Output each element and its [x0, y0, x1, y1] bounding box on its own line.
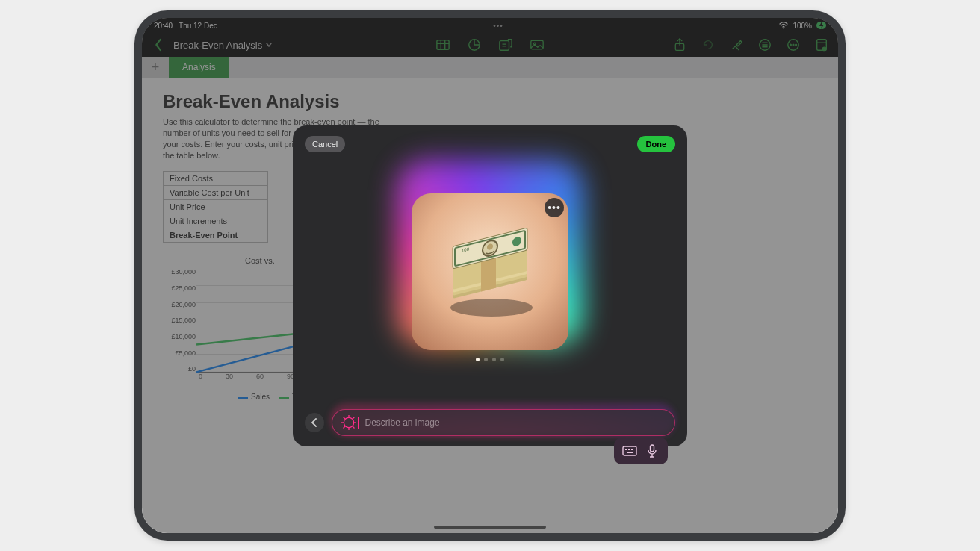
prompt-prev-button[interactable] — [305, 413, 324, 432]
svg-line-33 — [353, 417, 355, 419]
svg-rect-38 — [627, 452, 633, 453]
text-cursor — [358, 417, 359, 429]
keyboard-button[interactable] — [618, 441, 641, 461]
image-options-button[interactable]: ••• — [545, 198, 564, 217]
ipad-frame: 20:40 Thu 12 Dec ••• 100% Break-Even Ana… — [134, 10, 846, 541]
svg-rect-36 — [628, 449, 630, 450]
svg-line-32 — [344, 426, 346, 429]
input-mode-toggle — [614, 438, 668, 464]
result-pager[interactable] — [476, 358, 504, 361]
pager-dot[interactable] — [476, 358, 480, 361]
pager-dot[interactable] — [484, 358, 488, 361]
svg-line-30 — [344, 417, 346, 419]
svg-rect-35 — [625, 449, 627, 450]
prompt-field[interactable] — [332, 409, 675, 436]
cancel-button[interactable]: Cancel — [305, 136, 345, 152]
svg-rect-39 — [651, 445, 654, 452]
home-indicator[interactable] — [434, 526, 546, 529]
pager-dot[interactable] — [492, 358, 496, 361]
image-playground-modal: Cancel Done ••• — [293, 125, 687, 446]
done-button[interactable]: Done — [637, 136, 676, 152]
svg-line-31 — [353, 426, 355, 429]
svg-point-25 — [344, 417, 353, 427]
svg-rect-37 — [631, 449, 633, 450]
pager-dot[interactable] — [500, 358, 504, 361]
svg-point-13 — [450, 299, 533, 317]
generated-image[interactable]: ••• — [412, 193, 568, 350]
svg-rect-34 — [623, 446, 636, 455]
apple-intelligence-icon — [341, 415, 356, 430]
money-stack-icon: 100 — [430, 212, 550, 331]
prompt-input[interactable] — [365, 417, 666, 428]
microphone-button[interactable] — [641, 441, 663, 461]
